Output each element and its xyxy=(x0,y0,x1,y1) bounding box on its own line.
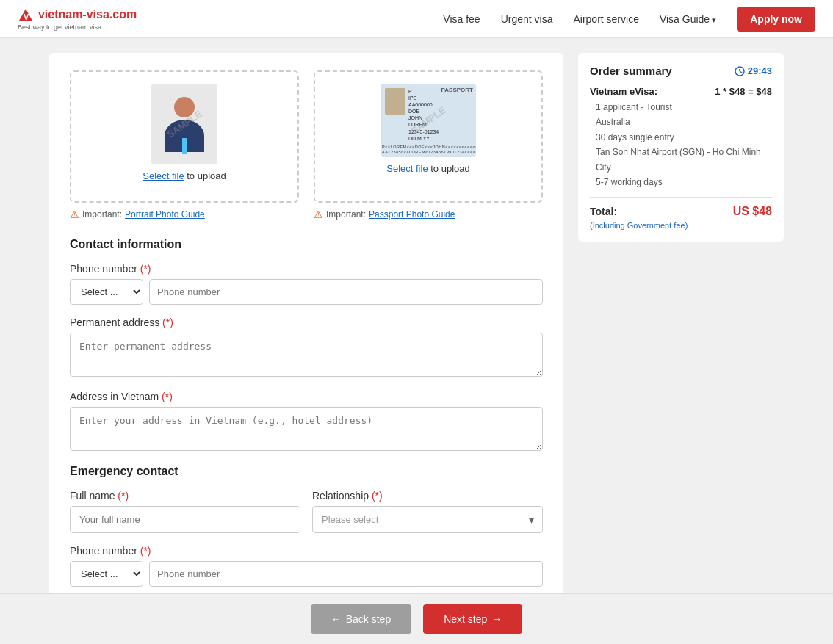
passport-warning-icon: ⚠ xyxy=(314,209,323,220)
emergency-section: Emergency contact Full name (*) Relation… xyxy=(70,465,543,587)
portrait-upload-section: SAMPLE Select file to upload ⚠ Important… xyxy=(70,70,299,220)
logo-text: V xyxy=(18,8,38,20)
total-price: US $48 xyxy=(733,205,772,218)
permanent-address-group: Permanent address (*) xyxy=(70,316,543,379)
emergency-fullname-group: Full name (*) xyxy=(70,490,300,533)
person-tie xyxy=(182,138,187,154)
person-icon xyxy=(165,97,204,152)
svg-line-4 xyxy=(740,71,742,73)
order-detail-1: Australia xyxy=(596,115,772,129)
portrait-upload-box: SAMPLE Select file to upload xyxy=(70,70,299,203)
emergency-phone-group: Phone number (*) Select ... xyxy=(70,545,543,587)
passport-header: P IPS AA000000 DOE JOHN LOREM 12345-0123… xyxy=(385,88,472,142)
passport-guide-link[interactable]: Passport Photo Guide xyxy=(369,209,455,220)
emergency-fullname-label: Full name (*) xyxy=(70,490,300,502)
passport-sample: PASSPORT P IPS AA000000 DOE JOHN LOREM 1… xyxy=(381,84,476,157)
emergency-fullname-input[interactable] xyxy=(70,506,300,533)
order-evisa-header: Vietnam eVisa: 1 * $48 = $48 xyxy=(590,86,772,97)
passport-select-file[interactable]: Select file xyxy=(386,163,428,174)
portrait-guide-link[interactable]: Portrait Photo Guide xyxy=(125,209,205,220)
passport-note: ⚠ Important: Passport Photo Guide xyxy=(314,209,543,220)
portrait-sample: SAMPLE xyxy=(151,84,217,164)
emergency-relationship-group: Relationship (*) Please select xyxy=(312,490,543,533)
svg-text:V: V xyxy=(24,12,29,21)
portrait-upload-text: Select file to upload xyxy=(143,170,226,181)
passport-mrz: P<<LOREM<<<DOE<<<JOHN<<<<<<<<<<<<<<<<<<<… xyxy=(382,145,475,156)
logo[interactable]: V vietnam-visa.com Best way to get vietn… xyxy=(18,7,137,31)
phone-country-code-select[interactable]: Select ... xyxy=(70,279,143,305)
nav-links: Visa fee Urgent visa Airport service Vis… xyxy=(443,7,815,32)
order-detail-2: 30 days single entry xyxy=(596,130,772,145)
warning-icon: ⚠ xyxy=(70,209,79,220)
vietnam-address-group: Address in Vietnam (*) xyxy=(70,391,543,453)
person-head xyxy=(174,97,195,117)
passport-upload-suffix: to upload xyxy=(428,163,470,174)
passport-label: PASSPORT xyxy=(441,87,473,93)
timer-text: 29:43 xyxy=(748,65,772,76)
govt-fee: (Including Government fee) xyxy=(590,221,772,230)
nav-urgent-visa[interactable]: Urgent visa xyxy=(501,13,553,25)
next-arrow-icon: → xyxy=(491,613,502,625)
bottom-bar: ← Back step Next step → xyxy=(0,593,833,644)
order-detail-0: 1 applicant - Tourist xyxy=(596,100,772,115)
emergency-relationship-label: Relationship (*) xyxy=(312,490,543,502)
nav-visa-guide[interactable]: Visa Guide xyxy=(660,13,716,25)
navbar: V vietnam-visa.com Best way to get vietn… xyxy=(0,0,833,38)
portrait-note-label: Important: xyxy=(82,209,122,220)
timer-badge: 29:43 xyxy=(735,65,772,76)
passport-text: P IPS AA000000 DOE JOHN LOREM 12345-0123… xyxy=(408,88,439,142)
next-step-label: Next step xyxy=(444,613,487,625)
vietnam-address-label: Address in Vietnam (*) xyxy=(70,391,543,402)
order-divider xyxy=(590,197,772,198)
emergency-phone-input[interactable] xyxy=(149,561,543,587)
emergency-name-relationship-row: Full name (*) Relationship (*) Please se… xyxy=(70,490,543,545)
order-title: Order summary 29:43 xyxy=(590,65,772,77)
order-detail-list: 1 applicant - Tourist Australia 30 days … xyxy=(590,100,772,189)
phone-number-input[interactable] xyxy=(149,279,543,305)
order-detail-3: Tan Son Nhat Airport (SGN) - Ho Chi Minh… xyxy=(596,145,772,175)
order-evisa-item: Vietnam eVisa: 1 * $48 = $48 1 applicant… xyxy=(590,86,772,189)
phone-number-label: Phone number (*) xyxy=(70,263,543,275)
portrait-upload-suffix: to upload xyxy=(184,170,226,181)
back-step-button[interactable]: ← Back step xyxy=(311,604,411,634)
order-evisa-label: Vietnam eVisa: xyxy=(590,86,657,97)
permanent-address-input[interactable] xyxy=(70,333,543,377)
passport-upload-text: Select file to upload xyxy=(386,163,469,174)
clock-icon xyxy=(735,66,745,76)
contact-section: Contact information Phone number (*) Sel… xyxy=(70,238,543,453)
logo-brand: vietnam-visa.com xyxy=(38,7,137,20)
permanent-address-label: Permanent address (*) xyxy=(70,316,543,328)
emergency-phone-country-code[interactable]: Select ... xyxy=(70,561,143,587)
apply-now-button[interactable]: Apply now xyxy=(737,7,815,32)
vietnam-address-input[interactable] xyxy=(70,407,543,451)
next-step-button[interactable]: Next step → xyxy=(423,604,522,634)
relationship-select[interactable]: Please select xyxy=(312,506,543,533)
phone-number-group: Phone number (*) Select ... xyxy=(70,263,543,305)
total-row: Total: US $48 xyxy=(590,205,772,218)
back-arrow-icon: ← xyxy=(331,613,342,625)
passport-face xyxy=(385,88,405,115)
page-wrapper: SAMPLE Select file to upload ⚠ Important… xyxy=(0,38,833,644)
passport-upload-section: PASSPORT P IPS AA000000 DOE JOHN LOREM 1… xyxy=(314,70,543,220)
emergency-phone-row: Select ... xyxy=(70,561,543,587)
back-step-label: Back step xyxy=(346,613,391,625)
order-summary-card: Order summary 29:43 Vietnam eVisa: 1 * $… xyxy=(578,53,784,242)
contact-section-title: Contact information xyxy=(70,238,543,251)
total-label: Total: xyxy=(590,206,617,217)
sidebar: Order summary 29:43 Vietnam eVisa: 1 * $… xyxy=(578,53,784,616)
nav-airport-service[interactable]: Airport service xyxy=(573,13,638,25)
nav-visa-fee[interactable]: Visa fee xyxy=(443,13,480,25)
logo-tagline: Best way to get vietnam visa xyxy=(18,23,137,31)
phone-row: Select ... xyxy=(70,279,543,305)
main-form: SAMPLE Select file to upload ⚠ Important… xyxy=(49,53,563,616)
photo-section: SAMPLE Select file to upload ⚠ Important… xyxy=(70,70,543,220)
order-detail-4: 5-7 working days xyxy=(596,175,772,189)
emergency-phone-label: Phone number (*) xyxy=(70,545,543,557)
emergency-section-title: Emergency contact xyxy=(70,465,543,478)
relationship-select-wrapper: Please select xyxy=(312,506,543,533)
order-title-text: Order summary xyxy=(590,65,672,77)
passport-upload-box: PASSPORT P IPS AA000000 DOE JOHN LOREM 1… xyxy=(314,70,543,203)
order-evisa-price: 1 * $48 = $48 xyxy=(715,86,772,97)
portrait-note: ⚠ Important: Portrait Photo Guide xyxy=(70,209,299,220)
portrait-select-file[interactable]: Select file xyxy=(143,170,184,181)
